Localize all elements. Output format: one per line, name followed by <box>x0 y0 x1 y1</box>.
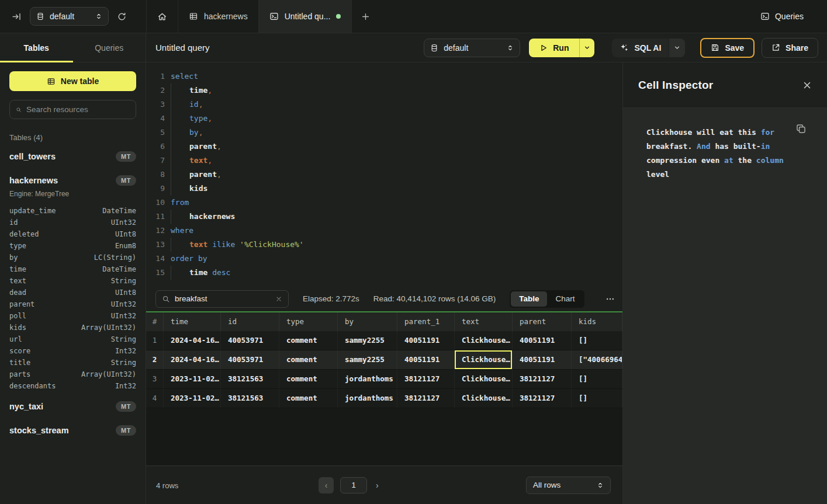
column-header-parent_1[interactable]: parent_1 <box>397 312 455 331</box>
cell-parent-row3[interactable]: 38121127 <box>513 370 572 388</box>
results-search-input[interactable] <box>175 294 271 303</box>
tab-hackernews[interactable]: hackernews <box>178 0 259 33</box>
code-line-14[interactable]: 14order by <box>146 252 622 266</box>
code-line-2[interactable]: 2time, <box>146 84 622 98</box>
cell-kids-row2[interactable]: ["40066964… <box>572 350 622 369</box>
close-inspector-button[interactable] <box>802 81 812 90</box>
cell-parent-row1[interactable]: 40051191 <box>513 331 572 350</box>
code-line-10[interactable]: 10from <box>146 196 622 210</box>
cell-time-row4[interactable]: 2023-11-02… <box>164 389 221 408</box>
cell-time-row1[interactable]: 2024-04-16… <box>164 331 221 350</box>
code-line-4[interactable]: 4type, <box>146 112 622 126</box>
run-button[interactable]: Run <box>529 39 579 57</box>
column-type: LC(String) <box>94 253 136 262</box>
code-line-8[interactable]: 8parent, <box>146 168 622 182</box>
new-table-button[interactable]: New table <box>9 71 136 91</box>
next-page-button[interactable]: › <box>373 481 381 490</box>
code-line-12[interactable]: 12where <box>146 224 622 238</box>
cell-by-row4[interactable]: jordanthoms <box>338 389 397 408</box>
share-icon <box>771 43 780 52</box>
table-name-label: cell_towers <box>9 152 116 161</box>
column-header-num[interactable]: # <box>146 312 164 331</box>
table-name-label: hackernews <box>9 176 116 185</box>
cell-by-row1[interactable]: sammy2255 <box>338 331 397 350</box>
sql-editor[interactable]: 1select2time,3id,4type,5by,6parent,7text… <box>146 62 622 286</box>
cell-kids-row3[interactable]: [] <box>572 370 622 388</box>
cell-type-row4[interactable]: comment <box>279 389 338 408</box>
code-line-15[interactable]: 15time desc <box>146 266 622 280</box>
refresh-button[interactable] <box>117 12 127 22</box>
table-item-stocks_stream[interactable]: stocks_streamMT <box>9 420 136 440</box>
code-line-11[interactable]: 11hackernews <box>146 210 622 224</box>
sidebar-tab-tables[interactable]: Tables <box>0 33 73 62</box>
sql-ai-button[interactable]: SQL AI <box>612 39 669 57</box>
cell-text-row1[interactable]: Clickhouse… <box>455 331 513 350</box>
column-header-id[interactable]: id <box>221 312 279 331</box>
code-line-5[interactable]: 5by, <box>146 126 622 140</box>
cell-kids-row1[interactable]: [] <box>572 331 622 350</box>
sql-ai-options-button[interactable] <box>669 39 685 57</box>
cell-parent_1-row4[interactable]: 38121127 <box>397 389 455 408</box>
run-button-group: Run <box>529 39 594 57</box>
table-item-cell_towers[interactable]: cell_towersMT <box>9 147 136 166</box>
tab-untitled-query[interactable]: Untitled qu... <box>259 0 352 33</box>
cell-by-row2[interactable]: sammy2255 <box>338 350 397 369</box>
cell-parent-row2[interactable]: 40051191 <box>513 350 572 369</box>
column-header-by[interactable]: by <box>338 312 397 331</box>
refresh-icon <box>117 12 127 22</box>
column-name: url <box>9 335 111 343</box>
column-header-type[interactable]: type <box>279 312 338 331</box>
cell-id-row3[interactable]: 38121563 <box>221 370 279 388</box>
cell-text-row4[interactable]: Clickhouse… <box>455 389 513 408</box>
cell-type-row1[interactable]: comment <box>279 331 338 350</box>
sidebar-tab-queries[interactable]: Queries <box>73 33 146 62</box>
column-header-parent[interactable]: parent <box>513 312 572 331</box>
cell-parent_1-row1[interactable]: 40051191 <box>397 331 455 350</box>
table-item-hackernews[interactable]: hackernewsMT <box>9 171 136 190</box>
cell-id-row1[interactable]: 40053971 <box>221 331 279 350</box>
collapse-sidebar-button[interactable] <box>12 12 22 22</box>
page-size-select[interactable]: All rows <box>526 477 611 494</box>
queries-button[interactable]: Queries <box>760 0 827 33</box>
table-item-nyc_taxi[interactable]: nyc_taxiMT <box>9 397 136 416</box>
cell-time-row2[interactable]: 2024-04-16… <box>164 350 221 369</box>
save-button[interactable]: Save <box>700 38 755 58</box>
cell-parent-row4[interactable]: 38121127 <box>513 389 572 408</box>
column-header-time[interactable]: time <box>164 312 221 331</box>
cell-parent_1-row2[interactable]: 40051191 <box>397 350 455 369</box>
cell-kids-row4[interactable]: [] <box>572 389 622 408</box>
view-toggle-table[interactable]: Table <box>511 291 547 307</box>
share-button[interactable]: Share <box>762 38 818 58</box>
prev-page-button[interactable]: ‹ <box>319 477 334 493</box>
more-options-button[interactable] <box>605 294 615 304</box>
cell-type-row3[interactable]: comment <box>279 370 338 388</box>
query-database-select[interactable]: default <box>424 39 520 57</box>
code-line-1[interactable]: 1select <box>146 69 622 84</box>
copy-cell-button[interactable] <box>795 123 807 134</box>
view-toggle-chart[interactable]: Chart <box>547 291 583 307</box>
code-line-3[interactable]: 3id, <box>146 98 622 112</box>
column-header-kids[interactable]: kids <box>572 312 622 331</box>
cell-id-row4[interactable]: 38121563 <box>221 389 279 408</box>
code-line-6[interactable]: 6parent, <box>146 140 622 154</box>
cell-type-row2[interactable]: comment <box>279 350 338 369</box>
code-line-7[interactable]: 7text, <box>146 154 622 168</box>
search-resources-input[interactable] <box>26 105 130 114</box>
cell-text-row3[interactable]: Clickhouse… <box>455 370 513 388</box>
tab-home[interactable] <box>146 0 178 33</box>
new-tab-button[interactable] <box>352 0 379 33</box>
code-line-9[interactable]: 9kids <box>146 182 622 196</box>
cell-parent_1-row3[interactable]: 38121127 <box>397 370 455 388</box>
indent-guide <box>171 266 189 280</box>
cell-time-row3[interactable]: 2023-11-02… <box>164 370 221 388</box>
database-select[interactable]: default <box>30 7 109 26</box>
run-options-button[interactable] <box>579 39 594 57</box>
cell-by-row3[interactable]: jordanthoms <box>338 370 397 388</box>
cell-text-row2[interactable]: Clickhouse… <box>455 350 513 369</box>
code-line-13[interactable]: 13text ilike '%ClickHouse%' <box>146 238 622 252</box>
clear-search-icon[interactable] <box>275 296 282 303</box>
column-header-text[interactable]: text <box>455 312 513 331</box>
cell-id-row2[interactable]: 40053971 <box>221 350 279 369</box>
page-number-input[interactable]: 1 <box>340 477 367 493</box>
run-button-label: Run <box>553 43 569 53</box>
